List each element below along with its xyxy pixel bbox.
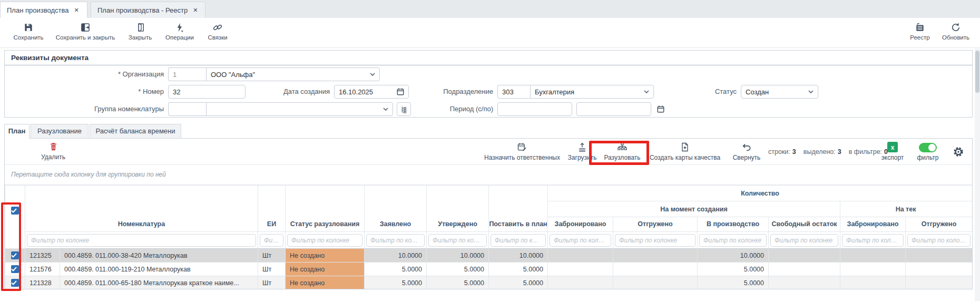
- grid-settings-button[interactable]: [952, 145, 965, 158]
- row-checkbox[interactable]: [11, 265, 19, 273]
- tab-plan-label: План: [8, 127, 26, 135]
- select-all-header: [5, 186, 25, 249]
- lightning-icon: [174, 22, 185, 33]
- table-row[interactable]: 121325 000.4859. 011.000-38-420 Металлор…: [5, 249, 973, 263]
- status-select[interactable]: Создан: [741, 85, 818, 99]
- department-label: Подразделение: [384, 85, 493, 99]
- cell-in-production: 5.0000: [698, 276, 769, 290]
- filter-input-approved[interactable]: [428, 234, 487, 247]
- tab-plan-proizvodstva-reestr[interactable]: План производства - Реестр ✕: [91, 2, 205, 18]
- create-quality-cards-button[interactable]: Создать карты качества: [645, 142, 725, 161]
- tab-razuzlovanie[interactable]: Разузлование: [31, 124, 89, 139]
- nomenclature-group-code-field[interactable]: [168, 102, 206, 116]
- save-button[interactable]: Сохранить: [7, 22, 50, 41]
- filter-input-reserved-2[interactable]: [842, 234, 904, 247]
- filter-input-reserved[interactable]: [550, 234, 611, 247]
- plan-table: Номенклатура ЕИ Статус разузлования Заяв…: [5, 185, 973, 289]
- nomenclature-group-select[interactable]: [206, 102, 393, 116]
- cell-in-production: 5.0000: [698, 263, 769, 276]
- period-from-field[interactable]: [497, 102, 572, 116]
- vertical-scrollbar[interactable]: [975, 48, 980, 301]
- column-header-shipped[interactable]: Отгружено: [613, 217, 698, 232]
- close-tab-icon[interactable]: ✕: [193, 7, 198, 14]
- delete-button[interactable]: Удалить: [32, 142, 74, 161]
- delete-label: Удалить: [41, 153, 65, 161]
- grid-counters: строки:3 выделено:3 в фильтре:0: [768, 139, 888, 165]
- close-button[interactable]: Закрыть: [121, 22, 159, 41]
- filter-input-shipped-2[interactable]: [907, 234, 971, 247]
- column-header-shipped-2[interactable]: Отгружено: [906, 217, 973, 232]
- save-and-close-button[interactable]: Сохранить и закрыть: [50, 22, 121, 41]
- organization-label: * Организация: [32, 67, 164, 81]
- door-icon: [135, 22, 145, 33]
- table-row[interactable]: 121328 000.4859. 011.000-65-180 Металлор…: [5, 276, 973, 290]
- organization-code-field[interactable]: [168, 67, 206, 81]
- filter-input-nomenclature[interactable]: [27, 234, 256, 247]
- cell-declared: 5.0000: [365, 263, 427, 276]
- filter-input-declared[interactable]: [366, 234, 425, 247]
- filter-input-free-balance[interactable]: [770, 234, 838, 247]
- scrollbar-thumb[interactable]: [975, 51, 979, 93]
- filter-toggle-button[interactable]: фильтр: [915, 143, 941, 161]
- row-checkbox[interactable]: [11, 279, 19, 287]
- assign-responsible-button[interactable]: Назначить ответственных: [476, 142, 568, 161]
- column-header-unit[interactable]: ЕИ: [258, 186, 286, 232]
- links-button[interactable]: Связки: [200, 22, 235, 41]
- load-button[interactable]: Загрузить: [564, 142, 601, 161]
- column-header-approved[interactable]: Утверждено: [427, 186, 489, 232]
- column-header-free-balance[interactable]: Свободный остаток: [769, 217, 840, 232]
- tab-balance[interactable]: Расчёт баланса времени: [90, 124, 181, 139]
- column-header-reserved-2[interactable]: Забронировано: [840, 217, 906, 232]
- calendar-icon[interactable]: [656, 105, 665, 113]
- column-header-nomenclature[interactable]: Номенклатура: [25, 186, 258, 232]
- cell-free-balance: [769, 249, 840, 263]
- column-header-to-plan[interactable]: Поставить в план: [489, 186, 548, 232]
- panel-title: Реквизиты документа: [5, 51, 972, 65]
- column-header-reserved[interactable]: Забронировано: [548, 217, 613, 232]
- cell-reserved-2: [840, 276, 906, 290]
- filter-input-shipped[interactable]: [615, 234, 695, 247]
- undo-arrow-icon: [741, 142, 752, 152]
- razuzlovat-button[interactable]: Разузловать: [601, 142, 643, 161]
- department-code-field[interactable]: [497, 85, 530, 99]
- toggle-switch-icon[interactable]: [919, 143, 937, 152]
- cell-shipped: [613, 249, 698, 263]
- registry-button[interactable]: Реестр: [903, 22, 937, 41]
- document-plus-icon: [680, 142, 690, 152]
- period-to-field[interactable]: [576, 102, 651, 116]
- tab-plan-proizvodstva[interactable]: План производства ✕: [0, 2, 87, 18]
- close-tab-icon[interactable]: ✕: [74, 7, 79, 14]
- cell-shipped: [613, 276, 698, 290]
- cell-name: 000.4859. 011.000-119-210 Металлорукав: [60, 263, 258, 276]
- row-checkbox[interactable]: [11, 251, 19, 259]
- column-header-in-production[interactable]: В производство: [698, 217, 769, 232]
- cell-approved: 10.0000: [427, 249, 489, 263]
- save-and-close-label: Сохранить и закрыть: [56, 34, 115, 41]
- cell-unit: Шт: [258, 249, 286, 263]
- column-header-declared[interactable]: Заявлено: [365, 186, 427, 232]
- refresh-label: Обновить: [942, 34, 969, 41]
- export-button[interactable]: x экспорт: [879, 142, 906, 161]
- filter-input-unit[interactable]: [260, 234, 283, 247]
- tab-plan[interactable]: План: [4, 124, 30, 139]
- filter-input-to-plan[interactable]: [491, 234, 546, 247]
- organization-select[interactable]: ООО "Альфа": [206, 67, 380, 81]
- grid-toolbar: Удалить Назначить ответственных Загрузит…: [5, 139, 972, 165]
- tab-razuzlovanie-label: Разузлование: [37, 127, 82, 135]
- chevron-down-icon: [370, 73, 375, 76]
- refresh-button[interactable]: Обновить: [937, 22, 975, 41]
- organization-value: ООО "Альфа": [211, 71, 370, 79]
- table-row[interactable]: 121576 000.4859. 011.000-119-210 Металло…: [5, 263, 973, 276]
- cell-status: Не создано: [286, 249, 365, 263]
- filter-input-status[interactable]: [287, 234, 362, 247]
- operations-button[interactable]: Операции: [159, 22, 200, 41]
- cell-name: 000.4859. 011.000-38-420 Металлорукав: [60, 249, 258, 263]
- collapse-button[interactable]: Свернуть: [728, 142, 765, 161]
- filter-input-in-production[interactable]: [699, 234, 767, 247]
- select-all-checkbox[interactable]: [11, 207, 19, 215]
- cell-status: Не создано: [286, 276, 365, 290]
- cell-declared: 5.0000: [365, 276, 427, 290]
- cell-status: Не создано: [286, 263, 365, 276]
- department-select[interactable]: Бухгалтерия: [530, 85, 654, 99]
- column-header-status[interactable]: Статус разузлования: [286, 186, 365, 232]
